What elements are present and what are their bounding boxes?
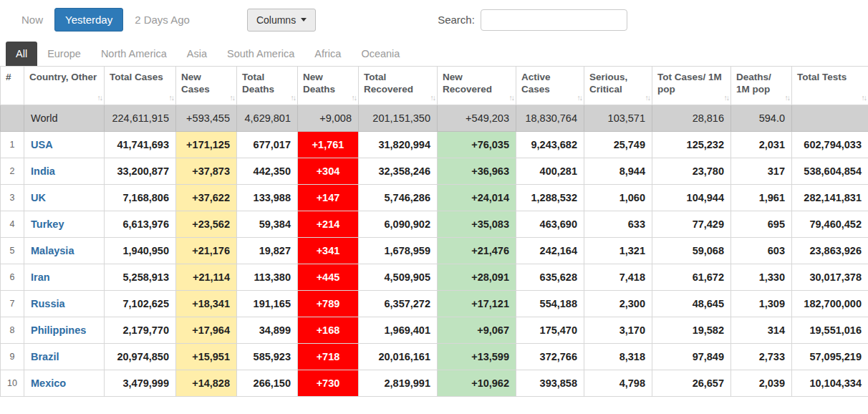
cell-total-deaths: 442,350 [237,158,298,185]
tab-all[interactable]: All [6,42,37,66]
column-header-deaths-1m-pop[interactable]: Deaths/ 1M pop↑↓ [731,67,792,105]
column-header-[interactable]: # [1,67,24,105]
column-header-total-recovered[interactable]: Total Recovered↑↓ [359,67,438,105]
country-link[interactable]: India [31,165,55,177]
cell-rank: 4 [1,211,24,238]
cell-total-recovered: 2,819,991 [359,370,438,397]
column-header-new-recovered[interactable]: New Recovered↑↓ [438,67,516,105]
cell-new-recovered: +35,083 [438,211,516,238]
cell-new-recovered: +17,121 [438,291,516,317]
cell-total-deaths: 59,384 [237,211,298,238]
country-link[interactable]: USA [31,139,53,150]
cell-serious-critical: 8,944 [584,158,652,185]
cell-total-deaths: 266,150 [237,370,298,397]
cell-total-recovered: 32,358,246 [359,158,438,185]
cell-new-recovered: +76,035 [438,132,516,158]
cell-total-deaths: 19,827 [237,238,298,264]
country-link[interactable]: UK [31,192,46,203]
cell-tot-cases-1m: 77,429 [652,211,731,238]
cell-new-recovered: +9,067 [438,317,516,344]
cell-active-cases: 463,690 [516,211,584,238]
table-row: 5Malaysia1,940,950+21,17619,827+3411,678… [1,238,868,264]
tab-europe[interactable]: Europe [37,42,91,66]
cell-total-cases: 224,611,915 [105,105,176,132]
cell-deaths-1m: 2,039 [731,370,792,397]
sort-arrows-icon: ↑↓ [97,93,102,102]
search-input[interactable] [481,9,627,31]
cell-new-cases: +21,114 [176,264,237,291]
cell-tot-cases-1m: 19,582 [652,317,731,344]
cell-country: Iran [24,264,105,291]
cell-total-deaths: 113,380 [237,264,298,291]
sort-arrows-icon: ↑↓ [352,93,357,102]
column-header-total-tests[interactable]: Total Tests↑↓ [792,67,868,105]
cell-serious-critical: 1,321 [584,238,652,264]
tab-south-america[interactable]: South America [217,42,304,66]
continent-tabs: AllEuropeNorth AmericaAsiaSouth AmericaA… [0,42,868,66]
now-button[interactable]: Now [14,9,50,30]
country-link[interactable]: Brazil [31,351,59,362]
cell-rank: 3 [1,185,24,211]
tab-asia[interactable]: Asia [177,42,217,66]
sort-arrows-icon: ↑↓ [785,93,790,102]
cell-deaths-1m: 2,031 [731,132,792,158]
cell-total-tests: 182,700,000 [792,291,868,317]
cell-rank: 1 [1,132,24,158]
cell-total-cases: 7,102,625 [105,291,176,317]
cell-new-deaths: +1,761 [298,132,359,158]
column-header-country-other[interactable]: Country, Other↑↓ [24,67,105,105]
column-header-tot-cases-1m-pop[interactable]: Tot Cases/ 1M pop↑↓ [652,67,731,105]
cell-rank: 8 [1,317,24,344]
cell-deaths-1m: 1,961 [731,185,792,211]
column-header-new-cases[interactable]: New Cases↑↓ [176,67,237,105]
cell-rank [1,105,24,132]
yesterday-button[interactable]: Yesterday [54,8,123,32]
cell-total-deaths: 191,165 [237,291,298,317]
cell-active-cases: 175,470 [516,317,584,344]
cell-total-cases: 2,179,770 [105,317,176,344]
country-link[interactable]: Mexico [31,377,66,389]
cell-total-tests: 57,095,219 [792,344,868,370]
two-days-ago-button[interactable]: 2 Days Ago [127,9,197,30]
cell-total-deaths: 677,017 [237,132,298,158]
tab-north-america[interactable]: North America [91,42,177,66]
sort-arrows-icon: ↑↓ [645,93,650,102]
cell-total-recovered: 1,969,401 [359,317,438,344]
cell-active-cases: 242,164 [516,238,584,264]
cell-country: USA [24,132,105,158]
country-link[interactable]: Russia [31,298,65,309]
country-link[interactable]: Malaysia [31,245,74,256]
cell-country: Brazil [24,344,105,370]
cell-new-cases: +18,341 [176,291,237,317]
country-link[interactable]: Turkey [31,218,64,230]
cell-country: India [24,158,105,185]
cell-total-recovered: 1,678,959 [359,238,438,264]
cell-tot-cases-1m: 125,232 [652,132,731,158]
cell-new-recovered: +24,014 [438,185,516,211]
column-header-serious-critical[interactable]: Serious, Critical↑↓ [584,67,652,105]
country-link[interactable]: Iran [31,271,50,283]
column-header-label: New Deaths [303,72,354,96]
cell-serious-critical: 1,060 [584,185,652,211]
cell-country: Russia [24,291,105,317]
column-header-label: Country, Other [29,72,100,84]
column-header-label: Tot Cases/ 1M pop [657,72,726,96]
column-header-new-deaths[interactable]: New Deaths↑↓ [298,67,359,105]
column-header-total-cases[interactable]: Total Cases↑↓ [105,67,176,105]
tab-africa[interactable]: Africa [304,42,351,66]
table-row: 6Iran5,258,913+21,114113,380+4454,509,90… [1,264,868,291]
cell-active-cases: 9,243,682 [516,132,584,158]
cell-total-recovered: 31,820,994 [359,132,438,158]
column-header-active-cases[interactable]: Active Cases↑↓ [516,67,584,105]
cell-total-deaths: 585,923 [237,344,298,370]
cell-new-deaths: +168 [298,317,359,344]
country-link[interactable]: Philippines [31,324,86,336]
sort-arrows-icon: ↑↓ [577,93,582,102]
tab-oceania[interactable]: Oceania [351,42,410,66]
cell-total-cases: 7,168,806 [105,185,176,211]
cell-rank: 7 [1,291,24,317]
columns-dropdown-button[interactable]: Columns [247,9,316,32]
column-header-total-deaths[interactable]: Total Deaths↑↓ [237,67,298,105]
cell-country: UK [24,185,105,211]
cell-country: World [24,105,105,132]
